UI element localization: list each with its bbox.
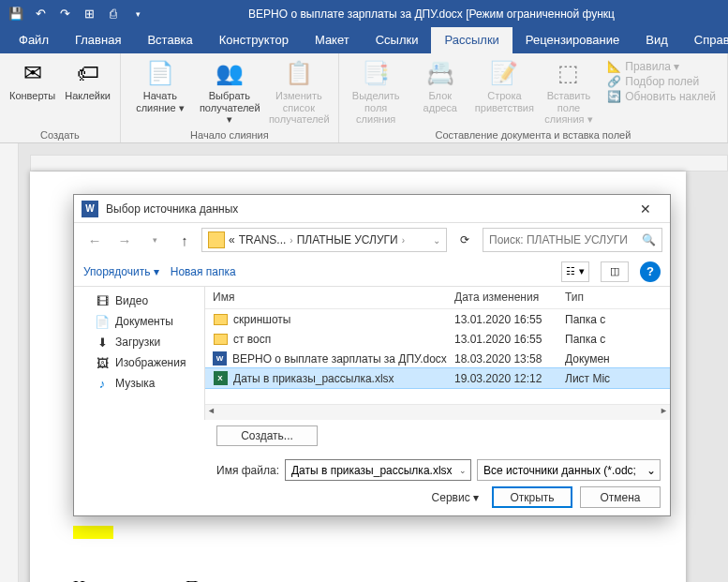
document-icon: 📄: [95, 314, 110, 329]
breadcrumb[interactable]: « TRANS... › ПЛАТНЫЕ УСЛУГИ › ⌄: [201, 228, 447, 252]
chevron-down-icon[interactable]: ⌄: [455, 466, 467, 475]
rules-button[interactable]: 📐Правила ▾: [607, 60, 716, 73]
tab-mailings[interactable]: Рассылки: [431, 27, 512, 53]
preview-pane-button[interactable]: ◫: [601, 261, 629, 282]
filename-label: Имя файла:: [216, 464, 279, 477]
nav-history-button[interactable]: ▾: [141, 228, 168, 252]
sidebar-item-downloads[interactable]: ⬇Загрузки: [74, 332, 204, 352]
highlight-icon: 📑: [361, 58, 391, 88]
labels-button[interactable]: 🏷Наклейки: [61, 56, 114, 104]
edit-recipients-button[interactable]: 📋Изменить список получателей: [265, 56, 333, 127]
folder-icon: [214, 334, 228, 345]
start-merge-button[interactable]: 📄Начать слияние ▾: [126, 56, 194, 115]
file-type: Папка с: [557, 333, 670, 346]
sidebar-item-pictures[interactable]: 🖼Изображения: [74, 352, 204, 373]
envelopes-button[interactable]: ✉Конверты: [6, 56, 59, 104]
file-row[interactable]: скриншоты13.01.2020 16:55Папка с: [205, 309, 670, 329]
edit-list-icon: 📋: [284, 58, 314, 88]
group-compose-label: Составление документа и вставка полей: [436, 129, 631, 142]
tab-layout[interactable]: Макет: [302, 27, 363, 53]
chevron-down-icon[interactable]: ⌄: [646, 464, 656, 477]
chevron-down-icon[interactable]: ⌄: [433, 235, 440, 246]
update-icon: 🔄: [607, 90, 621, 103]
vertical-ruler[interactable]: [0, 143, 19, 582]
redo-icon[interactable]: ↷: [54, 4, 75, 24]
search-input[interactable]: [489, 233, 642, 246]
file-name: Даты в приказы_рассылка.xlsx: [233, 372, 394, 385]
address-icon: 📇: [425, 58, 455, 88]
tab-references[interactable]: Ссылки: [363, 27, 432, 53]
horizontal-ruler[interactable]: [30, 155, 728, 172]
chevron-right-icon: ›: [402, 235, 405, 246]
organize-button[interactable]: Упорядочить ▾: [83, 265, 159, 278]
file-list: Имя Дата изменения Тип скриншоты13.01.20…: [205, 287, 670, 420]
open-button[interactable]: Открыть: [492, 486, 572, 508]
word-file-icon: W: [213, 351, 227, 366]
horizontal-scrollbar[interactable]: [205, 404, 670, 420]
tab-review[interactable]: Рецензирование: [513, 27, 632, 53]
file-row[interactable]: WВЕРНО о выплате зарплаты за ДПУ.docx18.…: [205, 349, 670, 368]
close-button[interactable]: ✕: [627, 196, 664, 222]
view-options-button[interactable]: ☷ ▾: [561, 261, 589, 282]
tab-file[interactable]: Файл: [6, 27, 62, 53]
new-folder-button[interactable]: Новая папка: [171, 265, 236, 278]
touch-mode-icon[interactable]: ⊞: [79, 4, 99, 24]
label-icon: 🏷: [73, 58, 103, 88]
download-icon: ⬇: [95, 335, 110, 350]
nav-up-button[interactable]: ↑: [171, 228, 198, 252]
video-icon: 🎞: [95, 293, 110, 308]
nav-forward-button[interactable]: →: [111, 228, 138, 252]
file-date: 19.03.2020 12:12: [447, 372, 557, 385]
undo-icon[interactable]: ↶: [30, 4, 51, 24]
address-block-button[interactable]: 📇Блок адреса: [409, 56, 472, 115]
sidebar-item-videos[interactable]: 🎞Видео: [74, 291, 204, 311]
file-row[interactable]: XДаты в приказы_рассылка.xlsx19.03.2020 …: [205, 368, 670, 388]
group-create-label: Создать: [40, 129, 80, 142]
tab-home[interactable]: Главная: [62, 27, 134, 53]
group-start-label: Начало слияния: [190, 129, 269, 142]
excel-file-icon: X: [214, 371, 228, 385]
tab-insert[interactable]: Вставка: [134, 27, 205, 53]
quick-print-icon[interactable]: ⎙: [103, 4, 124, 24]
tab-view[interactable]: Вид: [632, 27, 681, 53]
search-icon[interactable]: 🔍: [642, 233, 656, 246]
file-name: ВЕРНО о выплате зарплаты за ДПУ.docx: [232, 352, 447, 366]
column-type[interactable]: Тип: [557, 287, 670, 308]
tools-dropdown[interactable]: Сервис ▾: [432, 491, 479, 504]
insert-merge-field-button[interactable]: ⬚Вставить поле слияния ▾: [538, 56, 601, 127]
column-name[interactable]: Имя: [205, 287, 447, 308]
cancel-button[interactable]: Отмена: [580, 486, 661, 508]
envelope-icon: ✉: [18, 58, 48, 88]
file-row[interactable]: ст восп13.01.2020 16:55Папка с: [205, 329, 670, 349]
file-picker-dialog: W Выбор источника данных ✕ ← → ▾ ↑ « TRA…: [73, 194, 671, 516]
filename-combo[interactable]: Даты в приказы_рассылка.xlsx⌄: [285, 459, 471, 481]
tab-design[interactable]: Конструктор: [206, 27, 302, 53]
breadcrumb-part-2[interactable]: ПЛАТНЫЕ УСЛУГИ: [297, 233, 398, 246]
create-source-button[interactable]: Создать...: [216, 425, 318, 446]
sidebar-item-music[interactable]: ♪Музыка: [74, 373, 204, 394]
word-app-icon: W: [82, 201, 98, 217]
sidebar-item-documents[interactable]: 📄Документы: [74, 311, 204, 332]
folder-icon: [214, 314, 228, 325]
column-date[interactable]: Дата изменения: [447, 287, 557, 308]
breadcrumb-part-1[interactable]: TRANS...: [239, 233, 287, 246]
nav-back-button[interactable]: ←: [82, 228, 108, 252]
music-icon: ♪: [95, 376, 110, 391]
greeting-icon: 📝: [489, 58, 519, 88]
search-box[interactable]: 🔍: [483, 228, 662, 252]
greeting-line-button[interactable]: 📝Строка приветствия: [473, 56, 536, 115]
match-icon: 🔗: [607, 75, 621, 88]
qat-more-icon[interactable]: ▾: [127, 4, 148, 24]
match-fields-button[interactable]: 🔗Подбор полей: [607, 75, 716, 88]
tab-help[interactable]: Справка: [681, 27, 728, 53]
filter-combo[interactable]: Все источники данных (*.odc;⌄: [477, 459, 661, 481]
nav-sidebar: 🎞Видео 📄Документы ⬇Загрузки 🖼Изображения…: [74, 287, 205, 420]
highlight-fields-button[interactable]: 📑Выделить поля слияния: [345, 56, 408, 127]
update-labels-button[interactable]: 🔄Обновить наклей: [607, 90, 716, 103]
save-icon[interactable]: 💾: [6, 4, 26, 24]
select-recipients-button[interactable]: 👥Выбрать получателей ▾: [196, 56, 263, 127]
highlighted-text: [73, 526, 113, 539]
help-button[interactable]: ?: [640, 261, 661, 282]
ribbon: ✉Конверты 🏷Наклейки Создать 📄Начать слия…: [0, 53, 728, 143]
refresh-button[interactable]: ⟳: [451, 228, 479, 252]
